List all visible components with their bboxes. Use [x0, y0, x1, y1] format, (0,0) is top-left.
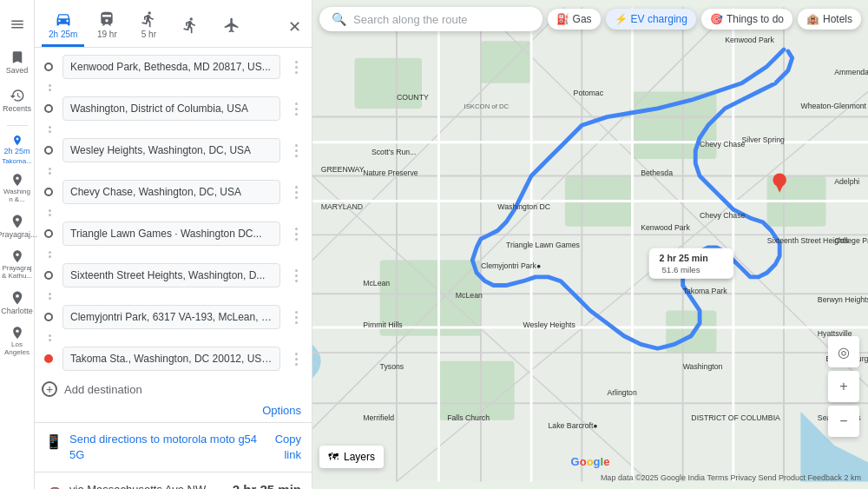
waypoint-row-5	[42, 221, 305, 246]
svg-rect-3	[632, 92, 716, 160]
sidebar-losangeles[interactable]: Los Angeles	[2, 326, 33, 357]
transport-cycling[interactable]: 5 hr	[129, 7, 168, 47]
add-destination[interactable]: + Add destination	[35, 378, 312, 402]
sidebar-prayagraj[interactable]: Prayagraj & Kathu...	[2, 249, 33, 281]
filter-things-to-do[interactable]: 🎯 Things to do	[701, 9, 792, 30]
filter-ev-charging[interactable]: ⚡ EV charging	[606, 9, 696, 30]
layers-button[interactable]: 🗺 Layers	[319, 446, 384, 468]
waypoint-row-6	[42, 263, 305, 287]
zoom-out-button[interactable]: −	[828, 406, 859, 437]
filter-hotels[interactable]: 🏨 Hotels	[798, 9, 861, 30]
driving-time: 2h 25m	[49, 30, 77, 39]
wp-dots-1	[42, 83, 56, 93]
wp-input-8[interactable]	[62, 347, 280, 371]
transport-flight[interactable]	[213, 13, 251, 42]
copy-link-button[interactable]: Copylink	[275, 432, 301, 463]
wp-input-1[interactable]	[62, 55, 280, 79]
wp-menu-1[interactable]	[287, 58, 305, 76]
locate-button[interactable]: ◎	[828, 336, 859, 367]
transport-transit[interactable]: 19 hr	[88, 7, 126, 47]
hotels-filter-label: Hotels	[823, 13, 852, 25]
transport-driving[interactable]: 2h 25m	[42, 7, 84, 47]
sidebar-losangeles-label: Los Angeles	[2, 341, 33, 357]
filter-gas[interactable]: ⛽ Gas	[548, 9, 601, 30]
send-directions-label[interactable]: Send directions to motorola moto g54 5G	[69, 432, 275, 463]
svg-text:Takoma Park: Takoma Park	[683, 287, 728, 295]
sidebar-menu[interactable]	[2, 9, 33, 40]
wp-dest-circle	[44, 354, 53, 363]
wp-circle-4	[44, 188, 53, 196]
svg-text:Clemyjontri Park●: Clemyjontri Park●	[481, 261, 541, 270]
transport-bar: 2h 25m 19 hr 5 hr ✕	[35, 0, 312, 48]
wp-circle-7	[44, 313, 53, 321]
wp-menu-2[interactable]	[287, 100, 305, 117]
sidebar-saved-label: Saved	[6, 67, 29, 76]
transport-walking[interactable]	[171, 13, 209, 42]
wp-connector-1	[42, 83, 305, 93]
wp-dots-3	[42, 166, 56, 176]
wp-input-6[interactable]	[62, 263, 280, 287]
svg-text:2 hr 25 min: 2 hr 25 min	[660, 253, 708, 263]
wp-icon-5	[42, 229, 56, 238]
svg-text:Washington DC: Washington DC	[497, 202, 550, 211]
search-icon: 🔍	[332, 12, 346, 26]
wp-input-3[interactable]	[62, 138, 280, 162]
wp-menu-3[interactable]	[287, 142, 305, 159]
wp-icon-2	[42, 104, 56, 113]
wp-circle-1	[44, 63, 53, 71]
gas-filter-label: Gas	[573, 13, 592, 25]
sidebar-palisades-label: Prayagraj...	[0, 231, 37, 240]
waypoint-row-8	[42, 347, 305, 371]
svg-text:Tysons: Tysons	[380, 363, 404, 372]
svg-text:Chevy Chase: Chevy Chase	[700, 211, 745, 220]
map-attribution: Map data ©2025 Google India Terms Privac…	[601, 473, 861, 482]
svg-text:Wheaton-Glenmont: Wheaton-Glenmont	[800, 102, 866, 110]
waypoint-row-1	[42, 55, 305, 79]
wp-menu-5[interactable]	[287, 225, 305, 242]
sidebar-saved[interactable]: Saved	[2, 47, 33, 78]
wp-icon-1	[42, 63, 56, 71]
wp-dots-6	[42, 291, 56, 301]
sidebar-charlotte[interactable]: Charlotte	[2, 287, 33, 319]
zoom-in-button[interactable]: +	[828, 371, 859, 402]
wp-menu-6[interactable]	[287, 267, 305, 284]
wp-circle-2	[44, 104, 53, 113]
wp-input-4[interactable]	[62, 180, 280, 204]
svg-text:Potomac: Potomac	[574, 89, 604, 97]
svg-text:Arlington: Arlington	[607, 388, 637, 397]
wp-menu-4[interactable]	[287, 183, 305, 201]
wp-menu-7[interactable]	[287, 308, 305, 326]
waypoint-row-3	[42, 138, 305, 162]
sidebar-recents[interactable]: Recents	[2, 85, 33, 116]
map-top-bar: 🔍 Search along the route ⛽ Gas ⚡ EV char…	[319, 7, 861, 31]
wp-input-5[interactable]	[62, 221, 280, 246]
car-icon: 🚗	[45, 481, 62, 489]
sidebar-takoma[interactable]: 2h 25m Takoma...	[2, 135, 33, 166]
svg-text:McLean: McLean	[456, 291, 483, 300]
wp-input-7[interactable]	[62, 305, 280, 329]
options-button[interactable]: Options	[262, 404, 301, 417]
wp-menu-8[interactable]	[287, 350, 305, 367]
sidebar-washington[interactable]: Washing n &...	[2, 173, 33, 204]
wp-input-2[interactable]	[62, 96, 280, 121]
svg-text:Bethesda: Bethesda	[641, 169, 673, 177]
wp-connector-2	[42, 124, 305, 135]
svg-text:Ammendale: Ammendale	[834, 68, 868, 76]
search-bar[interactable]: 🔍 Search along the route	[319, 7, 542, 31]
svg-text:Chevy Chase: Chevy Chase	[700, 140, 745, 149]
svg-rect-2	[481, 41, 531, 83]
waypoints-list	[35, 48, 312, 378]
wp-dots-7	[42, 333, 56, 343]
map-controls: ◎ + −	[828, 336, 859, 437]
sidebar-palisades[interactable]: Prayagraj...	[2, 211, 33, 242]
svg-text:Merrifield: Merrifield	[363, 413, 394, 422]
search-placeholder: Search along the route	[353, 13, 468, 26]
transit-time: 19 hr	[97, 30, 117, 39]
wp-connector-7	[42, 333, 305, 343]
svg-text:Berwyn Heights: Berwyn Heights	[818, 295, 868, 304]
route-info-row: 🚗 via Massachusetts Ave NW 2 hr 25 min 2…	[35, 472, 312, 489]
add-destination-label: Add destination	[64, 383, 142, 396]
close-button[interactable]: ✕	[285, 14, 305, 40]
wp-circle-5	[44, 229, 53, 238]
gas-filter-icon: ⛽	[556, 13, 569, 25]
